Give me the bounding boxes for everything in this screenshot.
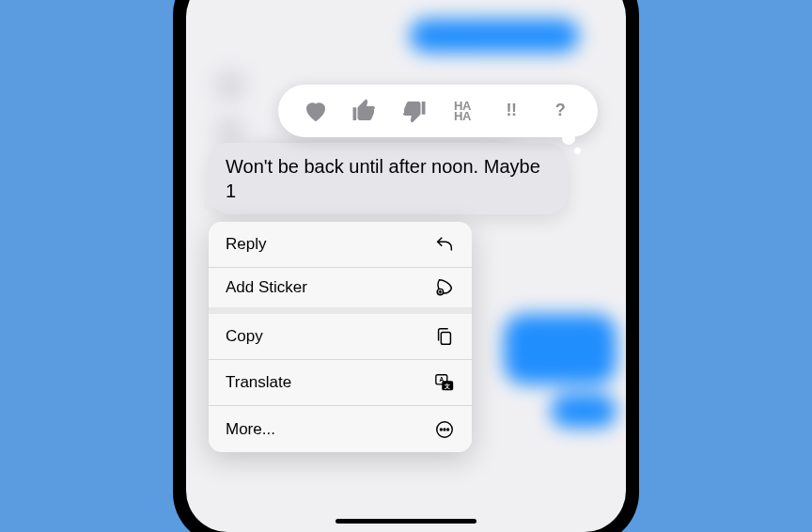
message-bubble[interactable]: Won't be back until after noon. Maybe 1 (209, 143, 568, 214)
svg-text:文: 文 (444, 383, 450, 389)
translate-icon: A文 (434, 372, 455, 393)
phone-frame: HA HA !! ? Won't be back until after noo… (173, 0, 639, 532)
tapback-thumbs-up[interactable] (351, 97, 379, 125)
more-icon (434, 419, 455, 440)
menu-label: Translate (226, 373, 291, 392)
sticker-icon (434, 277, 455, 298)
tapback-bar: HA HA !! ? (278, 85, 598, 137)
menu-translate[interactable]: Translate A文 (209, 360, 472, 406)
svg-rect-1 (441, 332, 450, 344)
tapback-question[interactable]: ? (546, 97, 574, 125)
svg-point-7 (440, 429, 442, 430)
tapback-thumbs-down[interactable] (399, 97, 428, 125)
svg-point-9 (447, 429, 449, 430)
tapback-exclaim[interactable]: !! (497, 97, 525, 125)
menu-more[interactable]: More... (209, 406, 472, 452)
message-text: Won't be back until after noon. Maybe 1 (226, 156, 540, 201)
phone-screen: HA HA !! ? Won't be back until after noo… (186, 0, 626, 532)
menu-copy[interactable]: Copy (209, 314, 472, 360)
tapback-heart[interactable] (302, 97, 330, 125)
menu-label: More... (226, 420, 275, 439)
home-indicator[interactable] (336, 519, 476, 524)
tapback-haha[interactable]: HA HA (448, 97, 476, 125)
menu-add-sticker[interactable]: Add Sticker (209, 268, 472, 314)
context-menu: Reply Add Sticker Copy Translate (209, 222, 472, 452)
menu-reply[interactable]: Reply (209, 222, 472, 268)
menu-label: Add Sticker (226, 278, 307, 297)
menu-label: Copy (226, 327, 263, 346)
reply-icon (434, 234, 455, 255)
svg-point-8 (444, 429, 445, 430)
menu-label: Reply (226, 235, 266, 254)
copy-icon (434, 326, 455, 347)
